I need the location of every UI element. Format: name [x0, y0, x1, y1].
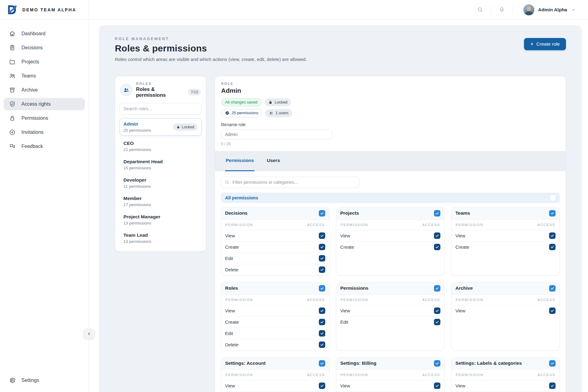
brand-name: DEMO TEAM ALPHA: [22, 7, 76, 12]
feedback-icon: [9, 143, 16, 150]
permission-checkbox[interactable]: [434, 232, 440, 239]
permission-checkbox[interactable]: [319, 341, 325, 348]
permission-checkbox[interactable]: [549, 232, 556, 239]
permission-label: Create: [225, 319, 239, 325]
sidebar-item-archive[interactable]: Archive: [4, 84, 85, 96]
permission-checkbox[interactable]: [549, 307, 556, 314]
permission-checkbox[interactable]: [434, 307, 440, 314]
permission-row: Create: [221, 241, 329, 253]
column-header-access: ACCESS: [307, 373, 325, 377]
permission-checkbox[interactable]: [319, 266, 325, 273]
permission-label: View: [340, 233, 350, 238]
sidebar-item-feedback[interactable]: Feedback: [4, 140, 85, 153]
sidebar-item-teams[interactable]: Teams: [4, 70, 85, 82]
permission-row: View: [451, 230, 560, 241]
role-item-name: CEO: [123, 141, 151, 146]
permissions-count-badge: 25 permissions: [221, 109, 262, 117]
role-item-meta: 13 permissions: [123, 239, 151, 244]
group-select-checkbox[interactable]: [434, 360, 440, 367]
permission-label: View: [455, 383, 465, 388]
permission-row: Delete: [221, 339, 329, 350]
role-item-team-lead[interactable]: Team Lead 13 permissions: [119, 229, 202, 247]
rename-role-label: Rename role: [221, 122, 560, 127]
permission-row: View: [221, 380, 329, 391]
permission-row: View: [221, 230, 329, 241]
permission-checkbox[interactable]: [319, 244, 325, 250]
topbar: Admin Alpha: [89, 0, 588, 20]
group-select-checkbox[interactable]: [319, 360, 325, 367]
group-select-checkbox[interactable]: [549, 285, 556, 292]
role-item-developer[interactable]: Developer 11 permissions: [119, 174, 202, 192]
permission-checkbox[interactable]: [319, 319, 325, 325]
role-item-member[interactable]: Member 17 permissions: [119, 193, 202, 210]
column-header-permission: PERMISSION: [225, 373, 253, 377]
notifications-button[interactable]: [496, 4, 508, 16]
rename-role-input[interactable]: [221, 130, 333, 139]
group-select-checkbox[interactable]: [319, 285, 325, 292]
tab-users[interactable]: Users: [266, 151, 281, 171]
permission-checkbox[interactable]: [319, 255, 325, 262]
chevron-down-icon: [571, 7, 576, 12]
user-menu[interactable]: Admin Alpha: [523, 4, 576, 15]
filter-permissions-input[interactable]: [221, 177, 360, 188]
column-header-access: ACCESS: [422, 223, 440, 227]
sidebar-collapse-button[interactable]: [83, 328, 95, 339]
permission-label: Create: [340, 244, 354, 250]
permission-checkbox[interactable]: [319, 330, 325, 337]
sidebar-item-dashboard[interactable]: Dashboard: [4, 28, 85, 40]
permission-group-title: Settings: Billing: [340, 360, 376, 366]
search-button[interactable]: [474, 4, 486, 16]
shield-check-icon: [9, 100, 16, 108]
permission-checkbox[interactable]: [549, 244, 556, 250]
roles-list-panel: ROLES Roles & permissions 7/15 Admin 25 …: [115, 76, 206, 251]
role-item-name: Developer: [123, 177, 151, 183]
group-select-checkbox[interactable]: [549, 210, 556, 217]
select-all-checkbox[interactable]: [549, 194, 556, 201]
permission-row: View: [336, 380, 444, 391]
roles-panel-title: Roles & permissions: [136, 86, 185, 98]
permission-checkbox[interactable]: [434, 383, 440, 389]
permission-checkbox[interactable]: [434, 244, 440, 250]
column-header-permission: PERMISSION: [341, 223, 368, 227]
create-role-button[interactable]: + Create role: [524, 38, 566, 50]
permission-row: View: [451, 380, 560, 391]
group-select-checkbox[interactable]: [549, 360, 556, 367]
permission-card-roles: Roles PERMISSION ACCESS View Create Edit…: [221, 282, 330, 351]
permission-row: Create: [221, 316, 329, 328]
permission-checkbox[interactable]: [319, 232, 325, 239]
permission-checkbox[interactable]: [549, 383, 556, 389]
permission-row: Create: [451, 241, 560, 253]
sidebar-item-settings[interactable]: Settings: [4, 374, 85, 386]
user-avatar: [523, 4, 534, 15]
column-header-permission: PERMISSION: [341, 298, 368, 302]
permission-row: View: [336, 305, 444, 316]
permission-checkbox[interactable]: [319, 307, 325, 314]
role-item-ceo[interactable]: CEO 21 permissions: [119, 138, 202, 155]
column-header-permission: PERMISSION: [225, 298, 253, 302]
sidebar-item-access-rights[interactable]: Access rights: [4, 98, 85, 110]
sidebar-item-invitations[interactable]: Invitations: [4, 126, 85, 138]
all-permissions-row: All permissions: [221, 193, 560, 203]
permission-checkbox[interactable]: [434, 319, 440, 325]
role-item-department-head[interactable]: Department Head 15 permissions: [119, 156, 202, 173]
group-select-checkbox[interactable]: [434, 285, 440, 292]
role-item-meta: 11 permissions: [123, 184, 151, 189]
permission-label: Delete: [225, 342, 238, 347]
search-roles-input[interactable]: [119, 103, 202, 115]
roles-head: ROLES Roles & permissions 7/15: [120, 82, 201, 98]
permission-checkbox[interactable]: [319, 383, 325, 389]
tab-permissions[interactable]: Permissions: [225, 151, 254, 171]
sidebar-item-decisions[interactable]: Decisions: [4, 42, 85, 54]
sidebar-item-permissions[interactable]: Permissions: [4, 112, 85, 124]
role-item-admin[interactable]: Admin 25 permissions Locked: [119, 118, 202, 136]
folder-icon: [9, 58, 16, 66]
sidebar-item-projects[interactable]: Projects: [4, 56, 85, 68]
role-item-project-manager[interactable]: Project Manager 13 permissions: [119, 211, 202, 228]
group-select-checkbox[interactable]: [434, 210, 440, 217]
role-item-name: Project Manager: [123, 214, 160, 220]
group-select-checkbox[interactable]: [319, 210, 325, 217]
users-icon: [269, 111, 273, 115]
bell-icon: [499, 6, 505, 13]
user-name: Admin Alpha: [538, 7, 567, 13]
permission-label: View: [340, 308, 350, 313]
